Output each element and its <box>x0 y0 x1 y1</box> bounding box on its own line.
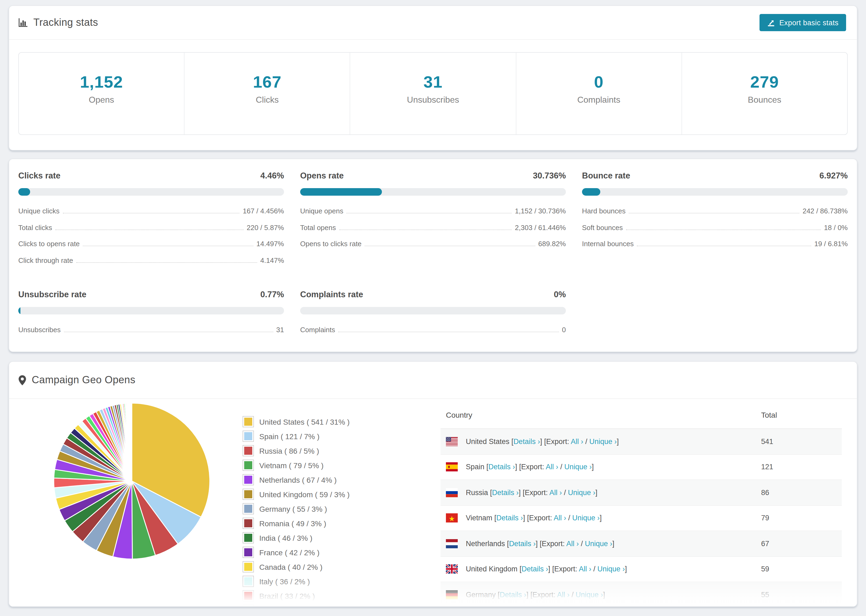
country-name: Russia <box>466 489 488 497</box>
export-all-link[interactable]: All › <box>571 438 583 446</box>
legend-item-russia[interactable]: Russia ( 86 / 5% ) <box>242 445 436 456</box>
legend-item-india[interactable]: India ( 46 / 3% ) <box>242 532 436 544</box>
rate-row-label: Opens to clicks rate <box>300 240 361 248</box>
export-unique-link[interactable]: Unique › <box>568 489 595 497</box>
tracking-stats-header: Tracking stats Export basic stats <box>9 6 857 40</box>
rate-row-internal-bounces: Internal bounces19 / 6.81% <box>582 240 848 248</box>
bracket: [ <box>496 591 500 599</box>
details-link[interactable]: Details › <box>496 514 523 522</box>
legend-label: United Kingdom ( 59 / 3% ) <box>259 490 350 498</box>
rate-value: 4.46% <box>260 171 284 181</box>
geo-opens-body: United States ( 541 / 31% )Spain ( 121 /… <box>9 399 857 607</box>
details-link[interactable]: Details › <box>492 489 519 497</box>
legend-swatch <box>242 605 254 607</box>
bracket: ] [ <box>540 438 546 446</box>
details-link[interactable]: Details › <box>509 540 536 548</box>
progress-bar-track <box>300 188 566 196</box>
geo-country-text: Vietnam [Details ›] [Export: All › / Uni… <box>466 514 601 522</box>
stat-value: 279 <box>750 72 779 92</box>
legend-item-brazil[interactable]: Brazil ( 33 / 2% ) <box>242 590 436 602</box>
legend-label: United States ( 541 / 31% ) <box>259 417 350 426</box>
dotted-leader <box>64 332 273 332</box>
geo-total-value: 55 <box>761 591 842 599</box>
flag-gb-icon <box>446 565 466 574</box>
legend-item-united-kingdom[interactable]: United Kingdom ( 59 / 3% ) <box>242 489 436 500</box>
rate-row-total-opens: Total opens2,303 / 61.446% <box>300 223 566 231</box>
progress-bar-track <box>582 188 848 196</box>
dotted-leader <box>629 213 799 214</box>
tracking-stats-title: Tracking stats <box>18 17 98 28</box>
export-unique-link[interactable]: Unique › <box>589 438 617 446</box>
rate-value: 30.736% <box>533 171 566 181</box>
legend-swatch <box>242 460 254 471</box>
legend-item-netherlands[interactable]: Netherlands ( 67 / 4% ) <box>242 474 436 486</box>
rate-title: Bounce rate <box>582 171 630 181</box>
legend-swatch <box>242 489 254 500</box>
rate-row-value: 242 / 86.738% <box>803 207 848 215</box>
rate-title: Unsubscribe rate <box>18 290 86 299</box>
rate-row-hard-bounces: Hard bounces242 / 86.738% <box>582 207 848 215</box>
export-all-link[interactable]: All › <box>579 565 591 573</box>
export-all-link[interactable]: All › <box>546 463 558 471</box>
legend-item-united-states[interactable]: United States ( 541 / 31% ) <box>242 416 436 427</box>
rate-row-value: 0 <box>562 326 566 334</box>
legend-item-spain[interactable]: Spain ( 121 / 7% ) <box>242 431 436 442</box>
geo-total-value: 67 <box>761 540 842 548</box>
legend-swatch <box>242 518 254 529</box>
legend-item-france[interactable]: France ( 42 / 2% ) <box>242 547 436 558</box>
details-link[interactable]: Details › <box>488 463 515 471</box>
geo-total-value: 79 <box>761 514 842 522</box>
country-name: Spain <box>466 463 484 471</box>
export-unique-link[interactable]: Unique › <box>576 591 603 599</box>
export-prefix: Export: <box>525 489 550 497</box>
progress-bar-track <box>300 307 566 314</box>
export-all-link[interactable]: All › <box>567 540 579 548</box>
details-link[interactable]: Details › <box>513 438 540 446</box>
legend-item-canada[interactable]: Canada ( 40 / 2% ) <box>242 561 436 572</box>
rate-value: 0% <box>554 290 566 299</box>
dotted-leader <box>63 213 239 214</box>
rate-row-label: Click through rate <box>18 256 73 264</box>
stat-value: 0 <box>594 72 604 92</box>
slash: / <box>570 591 576 599</box>
export-unique-link[interactable]: Unique › <box>564 463 592 471</box>
geo-row-vietnam: Vietnam [Details ›] [Export: All › / Uni… <box>441 506 842 531</box>
bracket: ] [ <box>548 565 554 573</box>
geo-row-russia: Russia [Details ›] [Export: All › / Uniq… <box>441 480 842 506</box>
details-link[interactable]: Details › <box>500 591 526 599</box>
legend-label: India ( 46 / 3% ) <box>259 533 313 542</box>
export-unique-link[interactable]: Unique › <box>572 514 600 522</box>
export-button-label: Export basic stats <box>779 19 839 27</box>
rate-row-value: 18 / 0% <box>824 223 848 231</box>
rate-row-label: Soft bounces <box>582 223 623 231</box>
dotted-leader <box>637 246 811 246</box>
dotted-leader <box>83 246 253 246</box>
legend-item-romania[interactable]: Romania ( 49 / 3% ) <box>242 518 436 529</box>
geo-table-header: Country Total <box>441 402 842 429</box>
flag-us-icon <box>446 437 466 446</box>
export-all-link[interactable]: All › <box>550 489 562 497</box>
legend-item-italy[interactable]: Italy ( 36 / 2% ) <box>242 576 436 587</box>
geo-row-united-states: United States [Details ›] [Export: All ›… <box>441 429 842 454</box>
export-icon <box>767 19 775 27</box>
legend-item-germany[interactable]: Germany ( 55 / 3% ) <box>242 503 436 514</box>
export-unique-link[interactable]: Unique › <box>597 565 625 573</box>
legend-item-vietnam[interactable]: Vietnam ( 79 / 5% ) <box>242 460 436 471</box>
bracket: ] <box>625 565 627 573</box>
export-unique-link[interactable]: Unique › <box>585 540 612 548</box>
rate-title: Opens rate <box>300 171 344 181</box>
rate-row-value: 2,303 / 61.446% <box>515 223 566 231</box>
bracket: ] [ <box>523 514 529 522</box>
stats-strip: 1,152Opens167Clicks31Unsubscribes0Compla… <box>18 52 848 135</box>
export-all-link[interactable]: All › <box>557 591 570 599</box>
rate-row-label: Total opens <box>300 223 336 231</box>
bracket: ] [ <box>519 489 525 497</box>
export-all-link[interactable]: All › <box>554 514 567 522</box>
legend-item-south-africa[interactable]: South Africa ( 29 / 2% ) <box>242 605 436 607</box>
details-link[interactable]: Details › <box>521 565 548 573</box>
progress-bar-track <box>18 188 284 196</box>
export-basic-stats-button[interactable]: Export basic stats <box>759 14 846 31</box>
rate-row-unique-opens: Unique opens1,152 / 30.736% <box>300 207 566 215</box>
geo-total-value: 541 <box>761 438 842 446</box>
export-prefix: Export: <box>542 540 567 548</box>
